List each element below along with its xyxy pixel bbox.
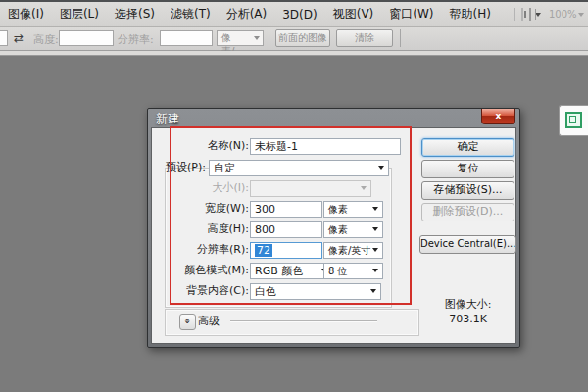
launch-bridge-icon[interactable] xyxy=(514,8,515,21)
new-document-dialog: 新建 x 名称(N): 未标题-1 预设(P): 自定 大小(I): 宽度(W)… xyxy=(147,108,520,348)
options-height-input[interactable] xyxy=(59,30,114,46)
document-area-edge xyxy=(0,51,588,56)
options-resolution-input[interactable] xyxy=(160,30,213,46)
dialog-title: 新建 xyxy=(156,111,179,126)
dock-panel-green-icon xyxy=(565,112,582,128)
zoom-level-arrow-icon[interactable] xyxy=(578,13,584,17)
menu-window[interactable]: 窗口(W) xyxy=(381,6,441,23)
tool-options-bar: ⇄ 高度: 分辨率: 像素/... 前面的图像 清除 xyxy=(0,27,588,51)
front-image-button[interactable]: 前面的图像 xyxy=(275,29,330,47)
annotation-highlight-rectangle xyxy=(170,126,412,305)
width-field-partial[interactable] xyxy=(0,30,8,46)
menu-select[interactable]: 选择(S) xyxy=(107,6,163,23)
options-height-label: 高度: xyxy=(33,32,59,47)
double-chevron-icon: » xyxy=(181,318,194,323)
dropdown-arrow-icon xyxy=(254,36,260,40)
options-resolution-label: 分辨率: xyxy=(118,32,154,47)
menu-3d[interactable]: 3D(D) xyxy=(274,8,324,22)
view-extras-icon[interactable] xyxy=(521,8,523,21)
menu-view[interactable]: 视图(V) xyxy=(325,6,382,23)
zoom-level[interactable]: 100% xyxy=(549,9,577,20)
device-central-button[interactable]: Device Central(E)... xyxy=(419,235,516,254)
image-size-label: 图像大小: xyxy=(421,297,514,312)
dialog-close-button[interactable]: x xyxy=(481,109,515,124)
advanced-label: 高级 xyxy=(198,314,227,329)
menu-bar: 图像(I) 图层(L) 选择(S) 滤镜(T) 分析(A) 3D(D) 视图(V… xyxy=(0,2,588,27)
reset-button[interactable]: 复位 xyxy=(421,160,514,178)
swap-dimensions-icon[interactable]: ⇄ xyxy=(14,31,24,45)
dock-panel-stub[interactable] xyxy=(559,105,588,136)
options-unit-dropdown[interactable]: 像素/... xyxy=(217,30,264,46)
advanced-expander-button[interactable]: » xyxy=(179,314,196,330)
arrange-documents-icon[interactable] xyxy=(529,8,531,21)
menu-help[interactable]: 帮助(H) xyxy=(442,6,499,23)
menu-image[interactable]: 图像(I) xyxy=(0,6,52,23)
menu-filter[interactable]: 滤镜(T) xyxy=(163,6,219,23)
menu-layer[interactable]: 图层(L) xyxy=(52,6,107,23)
save-preset-button[interactable]: 存储预设(S)... xyxy=(421,181,514,200)
ok-button[interactable]: 确定 xyxy=(421,138,514,157)
image-size-value: 703.1K xyxy=(421,313,514,325)
advanced-divider xyxy=(230,320,377,321)
delete-preset-button: 删除预设(D)... xyxy=(421,203,514,221)
clear-button[interactable]: 清除 xyxy=(336,29,393,47)
menu-analysis[interactable]: 分析(A) xyxy=(219,6,275,23)
options-separator xyxy=(400,29,401,47)
